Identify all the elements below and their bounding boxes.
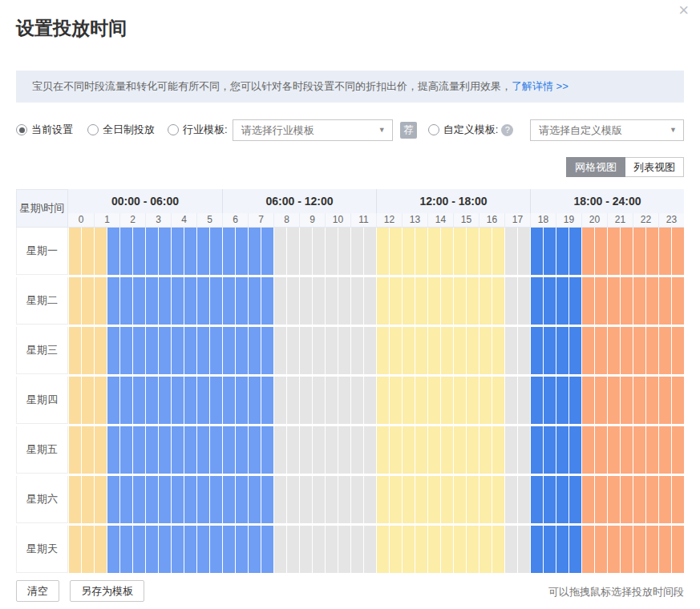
schedule-cell[interactable] — [300, 277, 312, 325]
schedule-cell[interactable] — [646, 526, 658, 573]
schedule-cell[interactable] — [197, 526, 209, 573]
schedule-cell[interactable] — [608, 327, 620, 374]
schedule-cell[interactable] — [569, 476, 581, 523]
schedule-cell[interactable] — [569, 377, 581, 424]
grid-view-button[interactable]: 网格视图 — [566, 157, 625, 177]
schedule-cell[interactable] — [107, 377, 119, 424]
schedule-cell[interactable] — [595, 277, 607, 325]
schedule-cell[interactable] — [454, 327, 466, 374]
schedule-cell[interactable] — [556, 327, 568, 374]
schedule-cell[interactable] — [351, 526, 363, 573]
schedule-cell[interactable] — [107, 526, 119, 573]
schedule-cell[interactable] — [197, 476, 209, 523]
schedule-cell[interactable] — [415, 426, 427, 474]
schedule-cell[interactable] — [569, 228, 581, 275]
schedule-cell[interactable] — [364, 327, 376, 374]
schedule-cell[interactable] — [608, 476, 620, 523]
schedule-cell[interactable] — [249, 426, 261, 474]
schedule-cell[interactable] — [69, 228, 81, 275]
schedule-cell[interactable] — [338, 476, 350, 523]
schedule-cell[interactable] — [197, 426, 209, 474]
schedule-cell[interactable] — [300, 327, 312, 374]
schedule-cell[interactable] — [236, 476, 248, 523]
list-view-button[interactable]: 列表视图 — [625, 157, 684, 177]
schedule-cell[interactable] — [261, 526, 273, 573]
schedule-cell[interactable] — [633, 228, 645, 275]
schedule-cell[interactable] — [479, 228, 492, 275]
schedule-cell[interactable] — [531, 228, 543, 275]
schedule-cell[interactable] — [313, 426, 325, 474]
schedule-cell[interactable] — [82, 228, 94, 275]
schedule-cell[interactable] — [326, 277, 338, 325]
schedule-cell[interactable] — [454, 377, 466, 424]
schedule-cell[interactable] — [364, 277, 376, 325]
schedule-cell[interactable] — [159, 277, 171, 325]
schedule-cell[interactable] — [415, 228, 427, 275]
schedule-cell[interactable] — [633, 476, 645, 523]
schedule-cell[interactable] — [544, 377, 556, 424]
schedule-cell[interactable] — [518, 377, 530, 424]
schedule-cell[interactable] — [595, 228, 607, 275]
clear-button[interactable]: 清空 — [16, 580, 59, 602]
schedule-cell[interactable] — [403, 327, 415, 374]
schedule-cell[interactable] — [338, 327, 350, 374]
schedule-cell[interactable] — [120, 228, 132, 275]
schedule-cell[interactable] — [659, 277, 671, 325]
schedule-cell[interactable] — [184, 476, 196, 523]
schedule-cell[interactable] — [95, 327, 107, 374]
schedule-cell[interactable] — [326, 526, 338, 573]
schedule-cell[interactable] — [582, 426, 594, 474]
schedule-cell[interactable] — [300, 377, 312, 424]
schedule-cell[interactable] — [582, 228, 594, 275]
schedule-cell[interactable] — [107, 228, 119, 275]
schedule-cell[interactable] — [159, 327, 171, 374]
schedule-cell[interactable] — [120, 476, 132, 523]
schedule-cell[interactable] — [390, 327, 402, 374]
schedule-cell[interactable] — [544, 526, 556, 573]
schedule-cell[interactable] — [300, 426, 312, 474]
schedule-cell[interactable] — [505, 228, 517, 275]
schedule-cell[interactable] — [107, 426, 119, 474]
schedule-cell[interactable] — [184, 526, 196, 573]
radio-current-settings[interactable]: 当前设置 — [16, 123, 73, 137]
schedule-cell[interactable] — [556, 526, 568, 573]
schedule-cell[interactable] — [249, 277, 261, 325]
schedule-cell[interactable] — [107, 476, 119, 523]
schedule-cell[interactable] — [249, 327, 261, 374]
schedule-cell[interactable] — [338, 228, 350, 275]
schedule-cell[interactable] — [569, 277, 581, 325]
schedule-cell[interactable] — [184, 277, 196, 325]
schedule-cell[interactable] — [518, 476, 530, 523]
schedule-cell[interactable] — [351, 327, 363, 374]
schedule-cell[interactable] — [159, 377, 171, 424]
schedule-cell[interactable] — [492, 327, 504, 374]
schedule-cell[interactable] — [274, 476, 286, 523]
schedule-cell[interactable] — [633, 526, 645, 573]
schedule-cell[interactable] — [313, 377, 325, 424]
schedule-cell[interactable] — [441, 476, 453, 523]
schedule-cell[interactable] — [659, 526, 671, 573]
schedule-cell[interactable] — [313, 228, 325, 275]
schedule-cell[interactable] — [210, 476, 222, 523]
schedule-cell[interactable] — [210, 228, 222, 275]
schedule-cell[interactable] — [377, 526, 389, 573]
schedule-cell[interactable] — [274, 426, 286, 474]
schedule-cell[interactable] — [633, 327, 645, 374]
schedule-cell[interactable] — [505, 377, 517, 424]
schedule-cell[interactable] — [403, 377, 415, 424]
schedule-cell[interactable] — [172, 526, 184, 573]
schedule-cell[interactable] — [621, 476, 633, 523]
schedule-cell[interactable] — [569, 426, 581, 474]
schedule-cell[interactable] — [210, 377, 222, 424]
schedule-cell[interactable] — [531, 377, 543, 424]
schedule-cell[interactable] — [172, 327, 184, 374]
schedule-cell[interactable] — [172, 277, 184, 325]
schedule-cell[interactable] — [454, 228, 466, 275]
schedule-cell[interactable] — [249, 476, 261, 523]
schedule-cell[interactable] — [184, 228, 196, 275]
schedule-cell[interactable] — [441, 327, 453, 374]
schedule-cell[interactable] — [261, 426, 273, 474]
schedule-cell[interactable] — [351, 426, 363, 474]
schedule-cell[interactable] — [274, 277, 286, 325]
schedule-cell[interactable] — [223, 377, 235, 424]
